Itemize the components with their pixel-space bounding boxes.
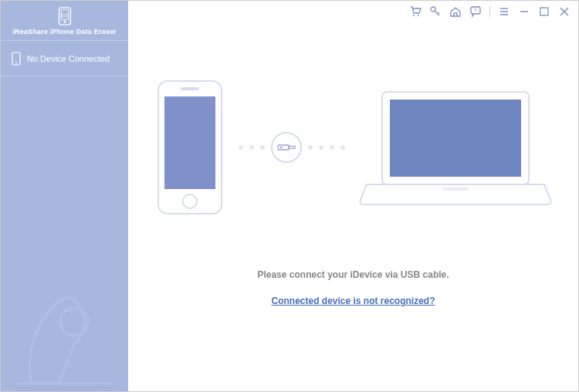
svg-rect-22: [164, 96, 215, 189]
connector-illustration: [239, 132, 345, 163]
app-title: iReaShare iPhone Data Eraser: [12, 28, 117, 35]
phone-illustration-icon: [155, 78, 225, 217]
menu-icon[interactable]: [498, 5, 510, 18]
devices-illustration: [155, 78, 552, 217]
titlebar-separator: [489, 6, 490, 17]
feedback-icon[interactable]: ?: [469, 5, 482, 18]
connector-dot: [319, 145, 323, 150]
svg-point-9: [413, 15, 415, 16]
svg-rect-26: [289, 147, 295, 149]
maximize-icon[interactable]: [538, 5, 550, 18]
help-link[interactable]: Connected device is not recognized?: [271, 296, 435, 306]
sidebar-decoration-icon: [1, 268, 128, 391]
sidebar-status: No Device Connected: [1, 41, 128, 76]
svg-point-24: [183, 194, 197, 208]
svg-rect-25: [278, 145, 289, 150]
svg-text:iOS: iOS: [62, 13, 68, 17]
connection-panel: Please connect your iDevice via USB cabl…: [128, 78, 578, 306]
minimize-icon[interactable]: [518, 5, 530, 18]
home-icon[interactable]: [449, 5, 462, 18]
connector-dot: [260, 145, 265, 150]
svg-rect-23: [181, 87, 199, 90]
connector-dot: [308, 145, 313, 150]
sidebar-header: iOS iReaShare iPhone Data Eraser: [1, 1, 128, 41]
phone-icon: [12, 52, 21, 66]
svg-point-5: [15, 62, 17, 63]
cart-icon[interactable]: [409, 5, 422, 18]
usb-icon: [271, 132, 302, 163]
app-window: iOS iReaShare iPhone Data Eraser No Devi…: [0, 0, 579, 392]
svg-rect-29: [390, 100, 521, 177]
svg-rect-18: [540, 8, 548, 15]
connector-dot: [340, 145, 345, 150]
connector-dot: [239, 145, 243, 150]
key-icon[interactable]: [429, 5, 442, 18]
svg-rect-27: [280, 147, 283, 148]
svg-text:?: ?: [474, 8, 477, 13]
connector-dot: [330, 145, 334, 150]
close-icon[interactable]: [558, 5, 571, 18]
app-logo-icon: iOS: [56, 6, 73, 26]
sidebar: iOS iReaShare iPhone Data Eraser No Devi…: [1, 1, 128, 391]
instruction-text: Please connect your iDevice via USB cabl…: [257, 269, 449, 280]
svg-point-10: [418, 15, 419, 16]
svg-point-3: [63, 21, 66, 23]
main-content: ?: [128, 1, 578, 391]
svg-rect-30: [442, 188, 469, 191]
titlebar: ?: [409, 5, 571, 18]
connector-dot: [249, 145, 254, 150]
laptop-illustration-icon: [359, 86, 552, 209]
status-text: No Device Connected: [27, 54, 110, 63]
